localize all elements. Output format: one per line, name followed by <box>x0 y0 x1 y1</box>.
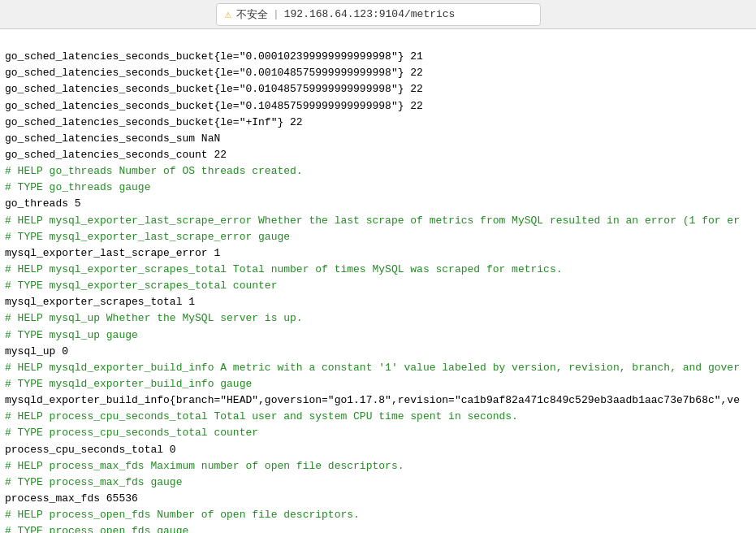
metric-line: go_sched_latencies_seconds_sum NaN <box>5 131 751 147</box>
comment-line: # HELP go_threads Number of OS threads c… <box>5 163 751 180</box>
comment-line: # TYPE mysql_up gauge <box>5 327 751 344</box>
comment-line: # TYPE process_open_fds gauge <box>5 523 751 533</box>
metric-line: go_sched_latencies_seconds_count 22 <box>5 147 751 163</box>
comment-line: # TYPE process_max_fds gauge <box>5 474 751 491</box>
warning-icon: ⚠ <box>225 7 231 21</box>
comment-line: # TYPE mysqld_exporter_build_info gauge <box>5 376 751 392</box>
comment-line: # HELP process_open_fds Number of open f… <box>5 507 751 523</box>
url-text: 192.168.64.123:9104/metrics <box>284 8 456 20</box>
metric-line: mysqld_exporter_build_info{branch="HEAD"… <box>5 392 751 409</box>
metric-line: go_sched_latencies_seconds_bucket{le="0.… <box>5 65 751 81</box>
separator: | <box>273 8 279 20</box>
comment-line: # HELP mysql_up Whether the MySQL server… <box>5 310 751 327</box>
metric-line: mysql_exporter_scrapes_total 1 <box>5 294 751 310</box>
metric-line: go_sched_latencies_seconds_bucket{le="0.… <box>5 81 751 98</box>
metric-line: go_sched_latencies_seconds_bucket{le="0.… <box>5 49 751 65</box>
metric-line: go_sched_latencies_seconds_bucket{le="0.… <box>5 98 751 115</box>
metrics-content: go_sched_latencies_seconds_bucket{le="0.… <box>0 29 756 533</box>
metric-line: mysql_up 0 <box>5 344 751 360</box>
metric-line: go_threads 5 <box>5 196 751 212</box>
comment-line: # TYPE mysql_exporter_scrapes_total coun… <box>5 278 751 294</box>
comment-line: # TYPE mysql_exporter_last_scrape_error … <box>5 229 751 245</box>
metric-line: process_cpu_seconds_total 0 <box>5 442 751 458</box>
comment-line: # HELP mysql_exporter_last_scrape_error … <box>5 213 751 229</box>
comment-line: # HELP process_max_fds Maximum number of… <box>5 458 751 474</box>
address-bar[interactable]: ⚠ 不安全 | 192.168.64.123:9104/metrics <box>216 3 541 26</box>
metric-line: go_sched_latencies_seconds_bucket{le="+I… <box>5 115 751 131</box>
comment-line: # HELP process_cpu_seconds_total Total u… <box>5 409 751 425</box>
metric-line: process_max_fds 65536 <box>5 491 751 507</box>
comment-line: # TYPE go_threads gauge <box>5 180 751 196</box>
metric-line: mysql_exporter_last_scrape_error 1 <box>5 245 751 262</box>
comment-line: # HELP mysql_exporter_scrapes_total Tota… <box>5 262 751 278</box>
comment-line: # HELP mysqld_exporter_build_info A metr… <box>5 360 751 376</box>
comment-line: # TYPE process_cpu_seconds_total counter <box>5 425 751 441</box>
warning-label: 不安全 <box>236 7 268 22</box>
browser-bar: ⚠ 不安全 | 192.168.64.123:9104/metrics <box>0 0 756 29</box>
